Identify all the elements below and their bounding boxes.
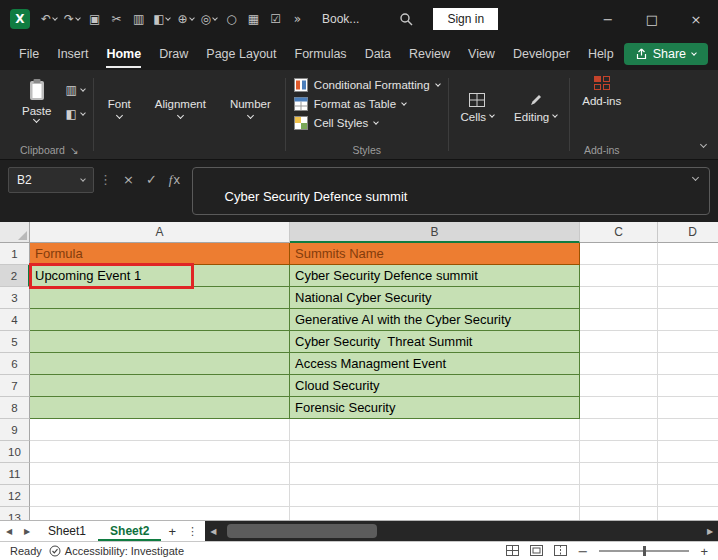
search-icon[interactable] xyxy=(399,12,413,26)
zoom-out-button[interactable]: − xyxy=(578,544,589,559)
formula-input[interactable]: Cyber Security Defence summit xyxy=(192,167,710,215)
cell-B1[interactable]: Summits Name xyxy=(290,243,580,265)
row-header-3[interactable]: 3 xyxy=(0,287,30,309)
row-header-10[interactable]: 10 xyxy=(0,441,30,463)
cell-A4[interactable] xyxy=(30,309,290,331)
zoom-in-button[interactable]: + xyxy=(700,544,708,559)
cell-C7[interactable] xyxy=(580,375,658,397)
enter-button[interactable]: ✓ xyxy=(140,167,163,187)
cell-D3[interactable] xyxy=(658,287,718,309)
select-all-corner[interactable] xyxy=(0,222,30,243)
cell-A10[interactable] xyxy=(30,441,290,463)
sheet-options-icon[interactable]: ⋮ xyxy=(183,521,201,541)
addins-button[interactable]: Add-ins xyxy=(582,75,621,107)
cell-D13[interactable] xyxy=(658,507,718,520)
row-header-1[interactable]: 1 xyxy=(0,243,30,265)
paste-icon[interactable]: ▣ xyxy=(84,7,105,31)
cell-C2[interactable] xyxy=(580,265,658,287)
column-header-A[interactable]: A xyxy=(30,222,290,243)
formula-bar-resizer[interactable]: ⋮ xyxy=(94,167,117,187)
new-sheet-button[interactable]: + xyxy=(161,521,183,541)
page-layout-view-button[interactable] xyxy=(530,545,543,558)
cell-B2[interactable]: Cyber Security Defence summit xyxy=(290,265,580,287)
cell-B7[interactable]: Cloud Security xyxy=(290,375,580,397)
cell-D10[interactable] xyxy=(658,441,718,463)
translate-icon[interactable]: ⊕ xyxy=(174,7,196,31)
editing-group-button[interactable]: Editing xyxy=(504,70,567,145)
cell-A3[interactable] xyxy=(30,287,290,309)
number-group-button[interactable]: Number xyxy=(218,70,283,145)
ink-icon[interactable]: ◎ xyxy=(198,7,220,31)
alignment-group-button[interactable]: Alignment xyxy=(143,70,218,145)
sheet-nav-left-icon[interactable]: ◀ xyxy=(0,521,18,541)
borders-icon[interactable]: ▦ xyxy=(243,7,264,31)
cell-D1[interactable] xyxy=(658,243,718,265)
row-header-9[interactable]: 9 xyxy=(0,419,30,441)
cell-A2[interactable]: Upcoming Event 1 xyxy=(30,265,290,287)
row-header-5[interactable]: 5 xyxy=(0,331,30,353)
accessibility-status[interactable]: Accessibility: Investigate xyxy=(49,545,184,557)
checkbox-icon[interactable]: ☑ xyxy=(265,7,286,31)
cell-D9[interactable] xyxy=(658,419,718,441)
copy-icon[interactable]: ▥ xyxy=(128,7,149,31)
cell-C3[interactable] xyxy=(580,287,658,309)
cut-icon[interactable]: ✂ xyxy=(106,7,127,31)
cell-D12[interactable] xyxy=(658,485,718,507)
page-break-view-button[interactable] xyxy=(554,545,567,558)
cell-styles-button[interactable]: Cell Styles xyxy=(294,116,440,130)
format-as-table-button[interactable]: Format as Table xyxy=(294,97,440,111)
insert-function-button[interactable]: fx xyxy=(163,167,186,188)
row-header-13[interactable]: 13 xyxy=(0,507,30,520)
scroll-right-icon[interactable]: ▶ xyxy=(702,527,718,536)
clipboard-dialog-launcher-icon[interactable]: ↘ xyxy=(70,144,79,156)
redo-icon[interactable]: ↷ xyxy=(61,7,83,31)
font-group-button[interactable]: Font xyxy=(96,70,143,145)
close-button[interactable]: × xyxy=(674,0,718,38)
name-box[interactable]: B2 xyxy=(8,167,94,193)
cell-C5[interactable] xyxy=(580,331,658,353)
undo-icon[interactable]: ↶ xyxy=(38,7,60,31)
column-header-B[interactable]: B xyxy=(290,222,580,243)
row-header-4[interactable]: 4 xyxy=(0,309,30,331)
menu-tab-data[interactable]: Data xyxy=(356,39,400,69)
copy-button[interactable]: ▥ xyxy=(65,83,84,97)
scrollbar-thumb[interactable] xyxy=(227,524,377,538)
sheet-tab-sheet2[interactable]: Sheet2 xyxy=(98,521,161,541)
cell-B5[interactable]: Cyber Security Threat Summit xyxy=(290,331,580,353)
cells-group-button[interactable]: Cells xyxy=(451,70,505,145)
cell-D2[interactable] xyxy=(658,265,718,287)
scrollbar-track[interactable] xyxy=(221,521,702,541)
cell-A8[interactable] xyxy=(30,397,290,419)
row-header-2[interactable]: 2 xyxy=(0,265,30,287)
format-painter-button[interactable]: ◧ xyxy=(65,107,84,121)
column-header-D[interactable]: D xyxy=(658,222,718,243)
minimize-button[interactable]: − xyxy=(586,0,630,38)
cell-D11[interactable] xyxy=(658,463,718,485)
cell-A11[interactable] xyxy=(30,463,290,485)
paste-button[interactable]: Paste xyxy=(14,75,59,122)
excel-logo-icon[interactable]: X xyxy=(10,9,30,29)
row-header-6[interactable]: 6 xyxy=(0,353,30,375)
cell-D5[interactable] xyxy=(658,331,718,353)
cell-C1[interactable] xyxy=(580,243,658,265)
more-commands-icon[interactable]: » xyxy=(287,7,308,31)
sign-in-button[interactable]: Sign in xyxy=(433,8,498,30)
cell-A5[interactable] xyxy=(30,331,290,353)
zoom-slider[interactable] xyxy=(599,550,689,552)
cell-A13[interactable] xyxy=(30,507,290,520)
formula-bar-expand-icon[interactable] xyxy=(692,174,699,181)
cancel-button[interactable]: × xyxy=(117,167,140,187)
menu-tab-view[interactable]: View xyxy=(459,39,504,69)
column-header-C[interactable]: C xyxy=(580,222,658,243)
cell-C11[interactable] xyxy=(580,463,658,485)
cell-C10[interactable] xyxy=(580,441,658,463)
menu-tab-review[interactable]: Review xyxy=(400,39,459,69)
cell-B10[interactable] xyxy=(290,441,580,463)
cell-D8[interactable] xyxy=(658,397,718,419)
maximize-button[interactable]: □ xyxy=(630,0,674,38)
format-painter-icon[interactable]: ◧ xyxy=(150,7,173,31)
menu-tab-draw[interactable]: Draw xyxy=(150,39,197,69)
menu-tab-help[interactable]: Help xyxy=(579,39,623,69)
sheet-nav-right-icon[interactable]: ▶ xyxy=(18,521,36,541)
row-header-7[interactable]: 7 xyxy=(0,375,30,397)
